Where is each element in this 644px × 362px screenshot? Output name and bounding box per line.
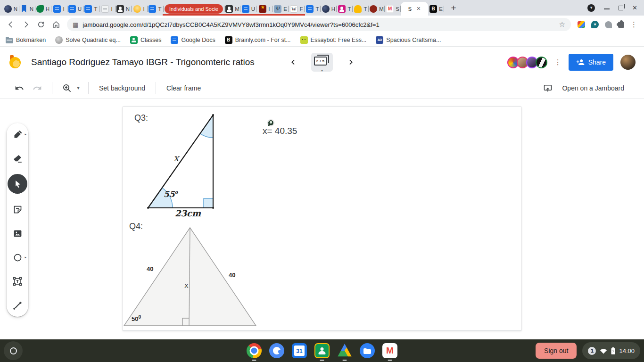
shelf-app-drive[interactable] — [336, 340, 353, 362]
q4-height-label: X — [184, 282, 189, 289]
zoom-menu-caret-icon[interactable]: ▾ — [74, 85, 83, 90]
sticky-note-tool-button[interactable] — [9, 201, 26, 218]
tab-close-icon[interactable]: ✕ — [416, 6, 421, 11]
browser-tab[interactable]: I — [131, 2, 147, 16]
browser-tab[interactable]: N — [19, 2, 35, 16]
account-avatar[interactable] — [620, 55, 636, 70]
browser-tab[interactable]: E — [428, 2, 444, 16]
maximize-icon[interactable] — [619, 6, 623, 10]
bookmark-item[interactable]: Essaybot: Free Ess... — [300, 36, 367, 44]
browser-tab[interactable]: F — [289, 2, 305, 16]
home-button[interactable] — [49, 17, 63, 32]
shape-tool-button[interactable]: ▸ — [9, 249, 26, 266]
image-tool-button[interactable] — [9, 225, 26, 242]
browser-tab[interactable]: T — [83, 2, 99, 16]
bookmark-item[interactable]: Solve Quadratic eq... — [55, 36, 121, 44]
text-box-tool-button[interactable] — [9, 273, 26, 290]
bookmark-item[interactable]: Classes — [130, 36, 161, 44]
more-options-icon[interactable]: ⋮ — [554, 58, 561, 66]
browser-tab[interactable]: U — [240, 2, 256, 16]
browser-tab[interactable]: Individuals and Socie — [163, 2, 224, 16]
back-button[interactable] — [4, 17, 18, 32]
tab-favicon — [242, 5, 249, 13]
clear-frame-button[interactable]: Clear frame — [162, 84, 206, 92]
browser-tab[interactable]: M — [369, 2, 385, 16]
frame-selector[interactable]: 2 / 5 ▾ — [311, 53, 333, 72]
launcher-button[interactable] — [4, 341, 23, 360]
browser-tab[interactable]: M — [224, 2, 240, 16]
previous-frame-button[interactable] — [287, 56, 300, 69]
laser-tool-button[interactable] — [9, 297, 26, 314]
collaborator-avatar[interactable] — [536, 57, 547, 68]
site-info-icon[interactable]: ▦ — [73, 21, 78, 28]
tab-title: M — [235, 6, 239, 12]
q3-hypotenuse-label: x — [173, 152, 179, 164]
select-tool-button[interactable] — [8, 174, 27, 194]
bookmark-favicon — [171, 36, 178, 44]
chat-star-icon[interactable] — [591, 21, 599, 28]
minimize-icon[interactable] — [604, 8, 610, 9]
zoom-button[interactable] — [58, 79, 76, 97]
tab-title: H — [46, 6, 50, 12]
shelf-app-classroom[interactable] — [314, 340, 330, 362]
browser-tab[interactable]: E — [272, 2, 289, 16]
browser-tab[interactable]: H — [321, 2, 337, 16]
browser-tab[interactable]: N — [115, 2, 131, 16]
forward-button[interactable] — [19, 17, 33, 32]
pen-tool-button[interactable]: ▸ — [9, 126, 26, 143]
url-text[interactable]: jamboard.google.com/d/1pQCzI7dbysCCB0C4A… — [83, 21, 554, 28]
redo-button[interactable] — [28, 79, 46, 97]
classroom-icon — [314, 343, 330, 358]
browser-tab[interactable]: T — [305, 2, 321, 16]
reload-button[interactable] — [34, 17, 48, 32]
browser-menu-icon[interactable]: ⋮ — [630, 20, 637, 29]
chevron-left-icon — [289, 58, 297, 66]
undo-button[interactable] — [10, 79, 28, 97]
set-background-button[interactable]: Set background — [94, 84, 150, 92]
shelf-app-chrome[interactable] — [246, 340, 263, 362]
eraser-tool-button[interactable] — [9, 150, 26, 167]
shelf-app-gmail[interactable] — [381, 340, 398, 362]
browser-tab[interactable]: I — [99, 2, 115, 16]
document-title[interactable]: Santiago Rodriguez Tamayo IBGR - Trigono… — [31, 57, 255, 67]
close-window-icon[interactable]: ✕ — [632, 4, 637, 11]
tab-favicon — [370, 5, 377, 13]
cast-screen-icon — [543, 83, 553, 93]
next-frame-button[interactable] — [344, 56, 357, 69]
share-button[interactable]: Share — [569, 54, 613, 71]
bookmark-item[interactable]: Brainly.com - For st... — [225, 36, 291, 44]
bookmark-item[interactable]: Spacious Craftsma... — [376, 36, 441, 44]
browser-tab[interactable]: N — [3, 2, 19, 16]
cards-stack-icon[interactable] — [578, 21, 585, 28]
image-icon — [13, 229, 23, 239]
browser-tab[interactable]: T — [147, 2, 163, 16]
status-tray[interactable]: 1 14:00 — [582, 342, 640, 359]
tab-title: T — [315, 6, 319, 12]
puzzle-icon[interactable] — [618, 22, 624, 28]
browser-tab[interactable]: U — [67, 2, 83, 16]
open-on-jamboard-button[interactable]: Open on a Jamboard — [543, 83, 634, 93]
speech-bubble-icon[interactable] — [605, 21, 612, 28]
tab-favicon — [116, 5, 124, 13]
bookmark-star-icon[interactable]: ☆ — [559, 20, 565, 29]
browser-tab[interactable]: S ✕ — [401, 2, 428, 16]
shelf-app-files[interactable] — [359, 340, 376, 362]
browser-tab[interactable]: I — [51, 2, 67, 16]
notification-counter: 1 — [588, 347, 596, 355]
browser-tab[interactable]: H — [35, 2, 51, 16]
bookmark-item[interactable]: Bokmärken — [6, 36, 46, 43]
browser-tab[interactable]: T — [353, 2, 369, 16]
shelf-app-calendar[interactable] — [291, 340, 308, 362]
browser-tab[interactable]: I — [256, 2, 272, 16]
undo-icon — [15, 83, 24, 93]
bookmark-item[interactable]: Google Docs — [171, 36, 215, 44]
browser-tab[interactable]: T — [337, 2, 353, 16]
new-tab-button[interactable]: + — [447, 1, 460, 15]
shelf-app-theme[interactable] — [268, 340, 285, 362]
address-bar[interactable]: ▦ jamboard.google.com/d/1pQCzI7dbysCCB0C… — [67, 18, 571, 31]
chromeos-shelf: Sign out 1 14:00 — [0, 339, 644, 362]
jamboard-canvas[interactable]: Q3: x 55o 23cm x= 40.35 Q4: 40 40 X 500 … — [123, 107, 521, 331]
sign-out-button[interactable]: Sign out — [536, 343, 577, 359]
browser-tab[interactable]: S — [385, 2, 401, 16]
tab-search-icon[interactable]: ▼ — [587, 4, 595, 12]
